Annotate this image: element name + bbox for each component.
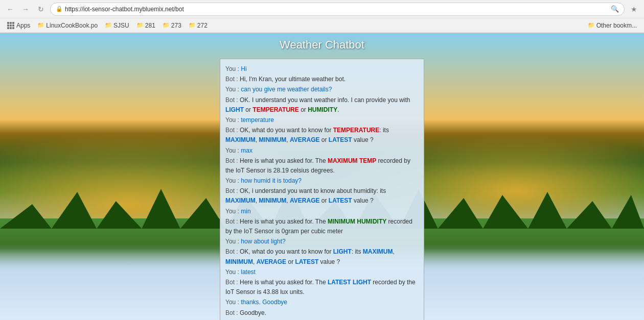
url-text: https://iot-sensor-chatbot.mybluemix.net… [65, 6, 184, 13]
ssl-lock-icon: 🔒 [56, 6, 63, 12]
bookmarks-bar: Apps 📁 LinuxCookBook.po 📁 SJSU 📁 281 📁 2… [0, 18, 644, 33]
speaker-label: You : [225, 65, 241, 72]
page-title: Weather Chatbot [0, 38, 644, 52]
message-text: how humid it is today? [241, 177, 302, 184]
message-text: Here is what you asked for. The LATEST L… [225, 279, 416, 296]
bookmark-label: 281 [145, 22, 155, 29]
apps-bookmark[interactable]: Apps [4, 21, 33, 30]
bookmark-label: 272 [197, 22, 208, 29]
bookmark-label: 273 [171, 22, 181, 29]
speaker-label: Bot : [225, 279, 240, 286]
url-bar[interactable]: 🔒 https://iot-sensor-chatbot.mybluemix.n… [50, 3, 625, 16]
speaker-label: Bot : [225, 96, 240, 104]
message-text: OK, i understand you want to know about … [225, 187, 386, 204]
list-item: Bot : Hi, I'm Kran, your ultimate weathe… [225, 75, 419, 84]
list-item: You : can you give me weather details? [225, 85, 419, 94]
browser-toolbar: ← → ↻ 🔒 https://iot-sensor-chatbot.myblu… [0, 0, 644, 18]
bookmark-label: SJSU [113, 22, 129, 29]
bookmark-273[interactable]: 📁 273 [159, 21, 185, 30]
speaker-label: You : [225, 238, 241, 245]
message-text: Hi [241, 65, 246, 72]
list-item: Bot : Here is what you asked for. The MI… [225, 217, 419, 236]
list-item: You : latest [225, 267, 419, 277]
list-item: You : how humid it is today? [225, 176, 419, 186]
speaker-label: You : [225, 147, 241, 154]
speaker-label: You : [225, 299, 241, 306]
list-item: Bot : OK, i understand you want to know … [225, 186, 419, 206]
bookmark-281[interactable]: 📁 281 [133, 21, 158, 30]
speaker-label: You : [225, 116, 241, 124]
forward-button[interactable]: → [19, 3, 32, 15]
list-item: You : thanks. Goodbye [225, 298, 419, 307]
browser-chrome: ← → ↻ 🔒 https://iot-sensor-chatbot.myblu… [0, 0, 644, 33]
bookmark-linuxcookbook[interactable]: 📁 LinuxCookBook.po [34, 21, 101, 30]
list-item: You : max [225, 146, 419, 156]
list-item: Bot : OK, what do you want to know for L… [225, 247, 419, 266]
list-item: Bot : Goodbye. [225, 308, 419, 318]
speaker-label: You : [225, 86, 241, 93]
folder-icon: 📁 [37, 22, 44, 29]
apps-grid-icon [7, 22, 14, 29]
other-bookmarks-label: Other bookm... [596, 22, 637, 29]
back-button[interactable]: ← [4, 3, 16, 15]
speaker-label: Bot : [225, 157, 240, 164]
folder-icon: 📁 [136, 22, 144, 29]
message-text: Here is what you asked for. The MAXIMUM … [225, 157, 410, 174]
reload-button[interactable]: ↻ [35, 3, 47, 15]
speaker-label: You : [225, 268, 241, 276]
chat-messages: You : Hi Bot : Hi, I'm Kran, your ultima… [225, 64, 419, 318]
folder-icon: 📁 [163, 22, 170, 29]
message-text: OK, what do you want to know for TEMPERA… [225, 127, 389, 143]
message-text: Here is what you asked for. The MINIMUM … [225, 218, 412, 235]
message-text: how about light? [241, 238, 285, 245]
list-item: Bot : OK, what do you want to know for T… [225, 126, 419, 145]
page-content: Weather Chatbot You : Hi Bot : Hi, I'm K… [0, 33, 644, 320]
bookmark-star-button[interactable]: ★ [628, 3, 640, 15]
speaker-label: You : [225, 208, 241, 215]
bookmark-label: LinuxCookBook.po [46, 22, 98, 29]
bookmark-sjsu[interactable]: 📁 SJSU [102, 21, 132, 30]
message-text: Goodbye. [240, 309, 266, 316]
message-text: latest [241, 268, 256, 276]
message-text: min [241, 208, 250, 215]
message-text: temperature [241, 116, 274, 124]
list-item: You : temperature [225, 115, 419, 125]
message-text: max [241, 147, 252, 154]
other-bookmarks[interactable]: 📁 Other bookm... [585, 21, 640, 30]
list-item: You : min [225, 207, 419, 216]
list-item: Bot : OK. I understand you want weather … [225, 95, 419, 115]
list-item: Bot : Here is what you asked for. The MA… [225, 156, 419, 176]
list-item: Bot : Here is what you asked for. The LA… [225, 278, 419, 297]
folder-icon: 📁 [189, 22, 196, 29]
speaker-label: Bot : [225, 76, 240, 83]
speaker-label: You : [225, 177, 241, 184]
message-text: thanks. Goodbye [241, 299, 287, 306]
chat-container: You : Hi Bot : Hi, I'm Kran, your ultima… [220, 59, 424, 320]
message-text: OK. I understand you want weather info. … [225, 96, 410, 113]
folder-icon: 📁 [105, 22, 112, 29]
speaker-label: Bot : [225, 127, 240, 134]
list-item: You : Hi [225, 64, 419, 74]
bookmark-272[interactable]: 📁 272 [186, 21, 211, 30]
speaker-label: Bot : [225, 218, 240, 225]
message-text: can you give me weather details? [241, 86, 332, 93]
search-icon: 🔍 [611, 5, 619, 13]
message-text: Hi, I'm Kran, your ultimate weather bot. [240, 76, 346, 83]
speaker-label: Bot : [225, 187, 240, 194]
list-item: You : how about light? [225, 237, 419, 247]
folder-icon: 📁 [588, 22, 595, 29]
message-text: OK, what do you want to know for LIGHT: … [225, 248, 395, 265]
speaker-label: Bot : [225, 248, 240, 255]
speaker-label: Bot : [225, 309, 240, 316]
apps-label: Apps [16, 22, 30, 29]
